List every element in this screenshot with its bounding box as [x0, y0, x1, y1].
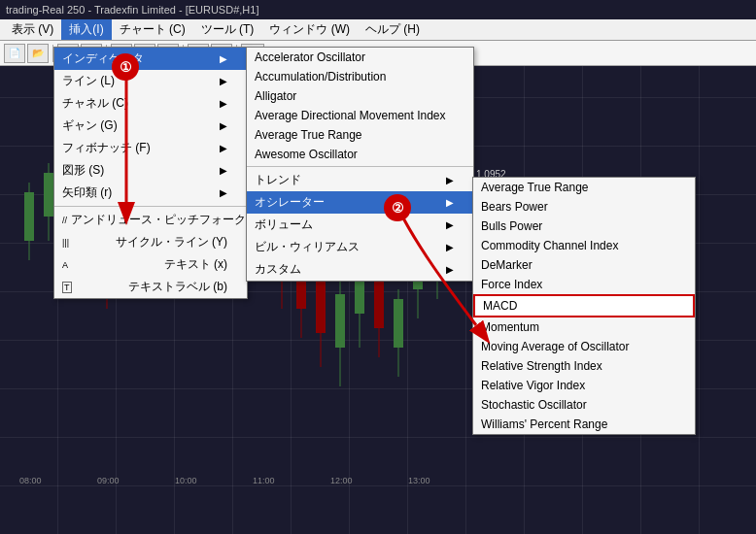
cycleline-icon: |||	[62, 238, 69, 248]
arrow-icon-custom: ▶	[446, 264, 454, 275]
svg-text:08:00: 08:00	[19, 476, 42, 485]
svg-text:13:00: 13:00	[408, 476, 430, 485]
svg-text:09:00: 09:00	[97, 476, 120, 485]
annotation-circle-1: ①	[112, 53, 139, 81]
menu-item-bulls[interactable]: Bulls Power	[473, 217, 695, 236]
menu-item-cycleline[interactable]: ||| サイクル・ライン (Y)	[54, 231, 247, 253]
svg-text:10:00: 10:00	[175, 476, 197, 485]
context-menu-indicators: Accelerator Oscillator Accumulation/Dist…	[246, 47, 474, 282]
menu-item-line[interactable]: ライン (L) ▶	[54, 70, 247, 92]
svg-rect-37	[374, 280, 384, 328]
menu-item-pitchfork[interactable]: // アンドリュース・ピッチフォーク (A)	[54, 209, 247, 231]
title-bar: trading-Real 250 - Tradexfin Limited - […	[0, 0, 756, 19]
svg-rect-3	[44, 173, 53, 217]
menu-item-admi[interactable]: Average Directional Movement Index	[247, 106, 473, 125]
menu-item-oscillator[interactable]: オシレーター ▶	[247, 191, 473, 214]
annotation-circle-2: ②	[384, 194, 411, 221]
menu-item-volume[interactable]: ボリューム ▶	[247, 214, 473, 236]
svg-rect-33	[335, 294, 345, 348]
arrow-icon-line: ▶	[220, 76, 227, 86]
menu-item-trend[interactable]: トレンド ▶	[247, 169, 473, 191]
menu-item-arrows[interactable]: 矢印類 (r) ▶	[54, 182, 247, 204]
arrow-icon-osc: ▶	[446, 197, 454, 208]
menu-item-accum[interactable]: Accumulation/Distribution	[247, 67, 473, 86]
menu-bar: 表示 (V) 挿入(I) チャート (C) ツール (T) ウィンドウ (W) …	[0, 19, 756, 41]
menu-tools[interactable]: ツール (T)	[193, 19, 262, 40]
menu-item-awesome[interactable]: Awesome Oscillator	[247, 145, 473, 164]
arrow-icon-arrows: ▶	[220, 187, 227, 198]
arrow-icon-vol: ▶	[446, 219, 454, 230]
menu-item-atr2[interactable]: Average True Range	[473, 178, 695, 197]
menu-item-wpr[interactable]: Williams' Percent Range	[473, 415, 695, 434]
menu-item-atr[interactable]: Average True Range	[247, 125, 473, 145]
separator-1	[54, 206, 247, 207]
menu-item-gann[interactable]: ギャン (G) ▶	[54, 115, 247, 137]
menu-item-custom[interactable]: カスタム ▶	[247, 258, 473, 281]
menu-item-indicators[interactable]: インディケータ ▶	[54, 48, 247, 70]
menu-item-textlabel[interactable]: T テキストラベル (b)	[54, 276, 247, 298]
menu-item-accel[interactable]: Accelerator Oscillator	[247, 48, 473, 67]
menu-item-fibonacci[interactable]: フィボナッチ (F) ▶	[54, 137, 247, 159]
svg-rect-1	[24, 192, 34, 241]
svg-rect-31	[316, 275, 326, 333]
menu-item-text[interactable]: A テキスト (x)	[54, 253, 247, 276]
menu-window[interactable]: ウィンドウ (W)	[261, 19, 358, 40]
pitchfork-icon: //	[62, 216, 67, 225]
separator-2	[247, 166, 473, 167]
arrow-icon-channel: ▶	[220, 98, 227, 109]
toolbar-open[interactable]: 📂	[27, 44, 49, 63]
arrow-icon-billw: ▶	[446, 242, 454, 252]
arrow-icon: ▶	[220, 53, 227, 64]
text-icon: A	[62, 260, 68, 270]
menu-item-billw[interactable]: ビル・ウィリアムス ▶	[247, 236, 473, 258]
menu-item-bears[interactable]: Bears Power	[473, 197, 695, 217]
menu-item-demarker[interactable]: DeMarker	[473, 255, 695, 275]
menu-item-shapes[interactable]: 図形 (S) ▶	[54, 159, 247, 182]
menu-item-rsi[interactable]: Relative Strength Index	[473, 356, 695, 376]
menu-item-cci[interactable]: Commodity Channel Index	[473, 236, 695, 255]
arrow-icon-gann: ▶	[220, 120, 227, 131]
menu-insert[interactable]: 挿入(I)	[61, 19, 111, 40]
arrow-icon-fib: ▶	[220, 143, 227, 153]
menu-chart[interactable]: チャート (C)	[112, 19, 193, 40]
menu-item-momentum[interactable]: Momentum	[473, 317, 695, 337]
title-text: trading-Real 250 - Tradexfin Limited - […	[6, 4, 258, 16]
menu-item-channel[interactable]: チャネル (C) ▶	[54, 92, 247, 115]
menu-item-force[interactable]: Force Index	[473, 275, 695, 294]
menu-help[interactable]: ヘルプ (H)	[358, 19, 428, 40]
textlabel-icon: T	[62, 282, 72, 293]
menu-item-stoch[interactable]: Stochastic Oscillator	[473, 395, 695, 415]
menu-view[interactable]: 表示 (V)	[4, 19, 61, 40]
context-menu-oscillator: Average True Range Bears Power Bulls Pow…	[472, 177, 696, 435]
arrow-icon-trend: ▶	[446, 175, 454, 185]
menu-item-macd[interactable]: MACD	[473, 294, 695, 317]
arrow-icon-shapes: ▶	[220, 165, 227, 176]
svg-rect-39	[394, 299, 403, 348]
svg-text:12:00: 12:00	[330, 476, 353, 485]
toolbar-new[interactable]: 📄	[4, 44, 25, 63]
menu-item-alligator[interactable]: Alligator	[247, 86, 473, 106]
svg-text:11:00: 11:00	[253, 476, 275, 485]
menu-item-mao[interactable]: Moving Average of Oscillator	[473, 337, 695, 356]
context-menu-insert: インディケータ ▶ ライン (L) ▶ チャネル (C) ▶ ギャン (G) ▶…	[53, 47, 248, 299]
menu-item-rvi[interactable]: Relative Vigor Index	[473, 376, 695, 395]
